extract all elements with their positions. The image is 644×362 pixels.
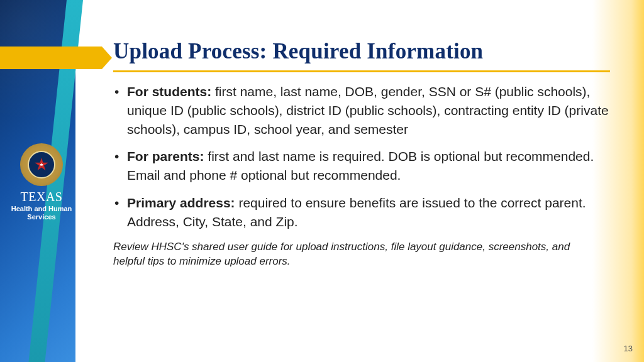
bullet-item-students: For students: first name, last name, DOB… [113,82,610,138]
agency-logo: TEXAS Health and Human Services [9,143,74,221]
bullet-label: Primary address: [127,195,235,210]
page-number: 13 [624,344,633,353]
arrow-head-icon [102,47,112,69]
star-icon [35,158,48,172]
seal-inner-icon [28,151,55,178]
logo-text-sub: Health and Human Services [9,205,74,221]
bullet-item-parents: For parents: first and last name is requ… [113,147,610,185]
slide: TEXAS Health and Human Services Upload P… [0,0,644,362]
logo-text-main: TEXAS [9,190,74,204]
logo-sub-line1: Health and Human [11,205,72,212]
arrow-bar [0,47,102,69]
bullet-list: For students: first name, last name, DOB… [113,82,610,231]
logo-sub-line2: Services [27,213,55,221]
bullet-label: For parents: [127,149,204,163]
slide-title: Upload Process: Required Information [113,39,616,64]
bullet-label: For students: [127,84,211,99]
bullet-item-address: Primary address: required to ensure bene… [113,194,610,231]
seal-icon [20,143,63,186]
content-area: Upload Process: Required Information For… [113,39,616,269]
title-underline [113,70,610,72]
footnote: Review HHSC's shared user guide for uplo… [113,240,604,269]
